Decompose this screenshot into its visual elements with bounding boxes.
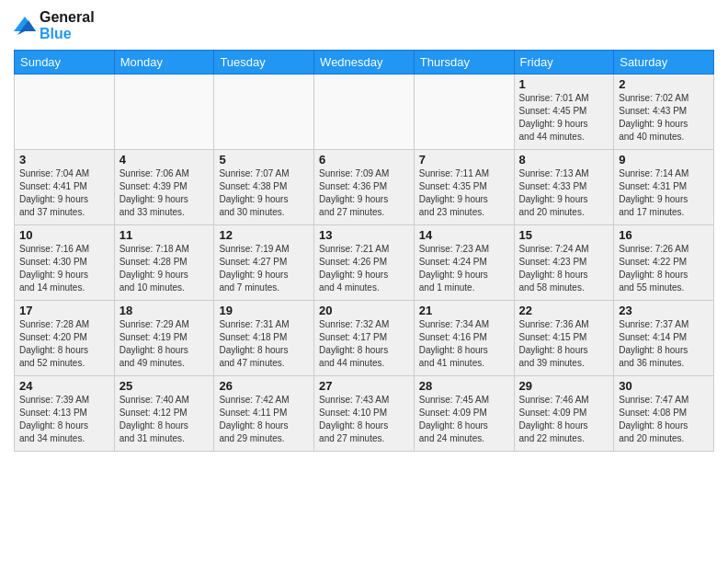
calendar-cell: 24Sunrise: 7:39 AM Sunset: 4:13 PM Dayli… — [15, 376, 115, 452]
weekday-header-row: SundayMondayTuesdayWednesdayThursdayFrid… — [15, 51, 714, 75]
calendar-cell: 9Sunrise: 7:14 AM Sunset: 4:31 PM Daylig… — [614, 150, 714, 225]
day-info: Sunrise: 7:14 AM Sunset: 4:31 PM Dayligh… — [619, 167, 709, 219]
calendar-cell — [214, 75, 314, 150]
day-number: 30 — [619, 379, 709, 393]
calendar-cell — [15, 75, 115, 150]
day-info: Sunrise: 7:42 AM Sunset: 4:11 PM Dayligh… — [219, 394, 309, 445]
day-number: 25 — [119, 379, 210, 393]
day-info: Sunrise: 7:32 AM Sunset: 4:17 PM Dayligh… — [319, 318, 409, 370]
calendar-cell: 13Sunrise: 7:21 AM Sunset: 4:26 PM Dayli… — [314, 225, 415, 301]
weekday-header-monday: Monday — [114, 51, 214, 75]
calendar-cell: 3Sunrise: 7:04 AM Sunset: 4:41 PM Daylig… — [15, 150, 115, 225]
logo-icon — [14, 17, 36, 35]
calendar-table: SundayMondayTuesdayWednesdayThursdayFrid… — [14, 50, 714, 452]
day-number: 6 — [319, 153, 409, 167]
calendar-cell: 14Sunrise: 7:23 AM Sunset: 4:24 PM Dayli… — [414, 225, 514, 301]
day-number: 11 — [119, 228, 210, 242]
calendar-cell: 25Sunrise: 7:40 AM Sunset: 4:12 PM Dayli… — [114, 376, 214, 452]
day-number: 21 — [419, 304, 509, 317]
day-number: 4 — [119, 153, 210, 167]
day-number: 2 — [619, 77, 709, 91]
calendar-cell: 6Sunrise: 7:09 AM Sunset: 4:36 PM Daylig… — [314, 150, 415, 225]
day-info: Sunrise: 7:24 AM Sunset: 4:23 PM Dayligh… — [519, 243, 609, 294]
day-number: 17 — [19, 304, 109, 317]
calendar-cell: 28Sunrise: 7:45 AM Sunset: 4:09 PM Dayli… — [414, 376, 514, 452]
day-info: Sunrise: 7:19 AM Sunset: 4:27 PM Dayligh… — [219, 243, 309, 294]
day-info: Sunrise: 7:16 AM Sunset: 4:30 PM Dayligh… — [19, 243, 109, 294]
day-number: 27 — [319, 379, 409, 393]
day-info: Sunrise: 7:04 AM Sunset: 4:41 PM Dayligh… — [19, 167, 109, 219]
calendar-cell: 23Sunrise: 7:37 AM Sunset: 4:14 PM Dayli… — [614, 301, 714, 376]
day-number: 3 — [19, 153, 109, 167]
calendar-cell: 10Sunrise: 7:16 AM Sunset: 4:30 PM Dayli… — [15, 225, 115, 301]
weekday-header-thursday: Thursday — [414, 51, 514, 75]
calendar-cell: 12Sunrise: 7:19 AM Sunset: 4:27 PM Dayli… — [214, 225, 314, 301]
day-info: Sunrise: 7:39 AM Sunset: 4:13 PM Dayligh… — [19, 394, 109, 445]
day-info: Sunrise: 7:26 AM Sunset: 4:22 PM Dayligh… — [619, 243, 709, 294]
weekday-header-friday: Friday — [514, 51, 614, 75]
weekday-header-tuesday: Tuesday — [214, 51, 314, 75]
page-container: General Blue SundayMondayTuesdayWednesda… — [0, 0, 728, 461]
calendar-week-3: 17Sunrise: 7:28 AM Sunset: 4:20 PM Dayli… — [15, 301, 714, 376]
calendar-cell: 18Sunrise: 7:29 AM Sunset: 4:19 PM Dayli… — [114, 301, 214, 376]
calendar-cell: 20Sunrise: 7:32 AM Sunset: 4:17 PM Dayli… — [314, 301, 415, 376]
calendar-cell: 19Sunrise: 7:31 AM Sunset: 4:18 PM Dayli… — [214, 301, 314, 376]
day-info: Sunrise: 7:40 AM Sunset: 4:12 PM Dayligh… — [119, 394, 210, 445]
calendar-cell: 2Sunrise: 7:02 AM Sunset: 4:43 PM Daylig… — [614, 75, 714, 150]
calendar-week-0: 1Sunrise: 7:01 AM Sunset: 4:45 PM Daylig… — [15, 75, 714, 150]
day-info: Sunrise: 7:23 AM Sunset: 4:24 PM Dayligh… — [419, 243, 509, 294]
logo: General Blue — [14, 9, 95, 42]
calendar-cell: 26Sunrise: 7:42 AM Sunset: 4:11 PM Dayli… — [214, 376, 314, 452]
day-info: Sunrise: 7:06 AM Sunset: 4:39 PM Dayligh… — [119, 167, 210, 219]
day-number: 20 — [319, 304, 409, 317]
day-number: 18 — [119, 304, 210, 317]
day-info: Sunrise: 7:46 AM Sunset: 4:09 PM Dayligh… — [519, 394, 609, 445]
calendar-week-4: 24Sunrise: 7:39 AM Sunset: 4:13 PM Dayli… — [15, 376, 714, 452]
day-info: Sunrise: 7:02 AM Sunset: 4:43 PM Dayligh… — [619, 92, 709, 144]
calendar-cell: 8Sunrise: 7:13 AM Sunset: 4:33 PM Daylig… — [514, 150, 614, 225]
day-number: 26 — [219, 379, 309, 393]
day-number: 16 — [619, 228, 709, 242]
calendar-cell: 22Sunrise: 7:36 AM Sunset: 4:15 PM Dayli… — [514, 301, 614, 376]
day-number: 14 — [419, 228, 509, 242]
calendar-cell: 30Sunrise: 7:47 AM Sunset: 4:08 PM Dayli… — [614, 376, 714, 452]
logo-text: General Blue — [40, 9, 95, 42]
page-header: General Blue — [14, 9, 714, 42]
calendar-cell: 29Sunrise: 7:46 AM Sunset: 4:09 PM Dayli… — [514, 376, 614, 452]
weekday-header-sunday: Sunday — [15, 51, 115, 75]
day-info: Sunrise: 7:09 AM Sunset: 4:36 PM Dayligh… — [319, 167, 409, 219]
day-info: Sunrise: 7:36 AM Sunset: 4:15 PM Dayligh… — [519, 318, 609, 370]
day-number: 5 — [219, 153, 309, 167]
calendar-cell — [414, 75, 514, 150]
calendar-cell: 11Sunrise: 7:18 AM Sunset: 4:28 PM Dayli… — [114, 225, 214, 301]
day-number: 15 — [519, 228, 609, 242]
day-number: 28 — [419, 379, 509, 393]
day-number: 9 — [619, 153, 709, 167]
day-number: 22 — [519, 304, 609, 317]
day-info: Sunrise: 7:21 AM Sunset: 4:26 PM Dayligh… — [319, 243, 409, 294]
day-info: Sunrise: 7:28 AM Sunset: 4:20 PM Dayligh… — [19, 318, 109, 370]
day-number: 8 — [519, 153, 609, 167]
day-info: Sunrise: 7:43 AM Sunset: 4:10 PM Dayligh… — [319, 394, 409, 445]
calendar-cell: 7Sunrise: 7:11 AM Sunset: 4:35 PM Daylig… — [414, 150, 514, 225]
weekday-header-saturday: Saturday — [614, 51, 714, 75]
weekday-header-wednesday: Wednesday — [314, 51, 415, 75]
calendar-cell: 16Sunrise: 7:26 AM Sunset: 4:22 PM Dayli… — [614, 225, 714, 301]
day-info: Sunrise: 7:11 AM Sunset: 4:35 PM Dayligh… — [419, 167, 509, 219]
calendar-cell: 15Sunrise: 7:24 AM Sunset: 4:23 PM Dayli… — [514, 225, 614, 301]
day-info: Sunrise: 7:18 AM Sunset: 4:28 PM Dayligh… — [119, 243, 210, 294]
calendar-cell — [114, 75, 214, 150]
day-number: 7 — [419, 153, 509, 167]
day-number: 13 — [319, 228, 409, 242]
day-number: 12 — [219, 228, 309, 242]
calendar-cell: 4Sunrise: 7:06 AM Sunset: 4:39 PM Daylig… — [114, 150, 214, 225]
calendar-week-2: 10Sunrise: 7:16 AM Sunset: 4:30 PM Dayli… — [15, 225, 714, 301]
day-info: Sunrise: 7:13 AM Sunset: 4:33 PM Dayligh… — [519, 167, 609, 219]
calendar-cell — [314, 75, 415, 150]
day-info: Sunrise: 7:37 AM Sunset: 4:14 PM Dayligh… — [619, 318, 709, 370]
day-info: Sunrise: 7:07 AM Sunset: 4:38 PM Dayligh… — [219, 167, 309, 219]
day-info: Sunrise: 7:47 AM Sunset: 4:08 PM Dayligh… — [619, 394, 709, 445]
calendar-cell: 17Sunrise: 7:28 AM Sunset: 4:20 PM Dayli… — [15, 301, 115, 376]
calendar-cell: 5Sunrise: 7:07 AM Sunset: 4:38 PM Daylig… — [214, 150, 314, 225]
day-info: Sunrise: 7:31 AM Sunset: 4:18 PM Dayligh… — [219, 318, 309, 370]
